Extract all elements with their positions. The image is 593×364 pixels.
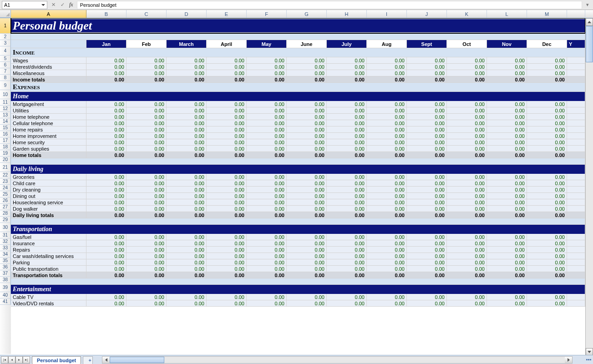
cell-value[interactable]: 0.00 (127, 253, 167, 259)
months-label-blank[interactable] (11, 40, 86, 48)
row-header-4[interactable]: 4 (0, 46, 11, 56)
cell-value[interactable]: 0.00 (86, 101, 127, 107)
cell-value[interactable]: 0.00 (447, 120, 487, 126)
cell-value[interactable]: 0.00 (207, 300, 247, 306)
cell-value[interactable]: 0.00 (407, 133, 447, 139)
cell-value[interactable]: 0.00 (367, 199, 407, 205)
row-label[interactable]: Utilities (11, 107, 86, 113)
column-header-B[interactable]: B (86, 10, 127, 18)
row-label[interactable]: Cable TV (11, 294, 86, 300)
month-header-nov[interactable]: Nov (487, 40, 527, 48)
row-header-24[interactable]: 24 (0, 185, 11, 191)
month-header-july[interactable]: July (327, 40, 367, 48)
cell-value[interactable]: 0.00 (127, 101, 167, 107)
cell-value[interactable]: 0.00 (327, 272, 367, 278)
blank-row-20[interactable] (11, 158, 585, 164)
row-header-16[interactable]: 16 (0, 131, 11, 137)
row-label[interactable]: Dining out (11, 193, 86, 199)
cell-value[interactable]: 0.00 (527, 57, 567, 63)
cell-value[interactable]: 0.00 (86, 139, 127, 145)
cell-value[interactable]: 0.00 (447, 126, 487, 132)
cell-value[interactable]: 0.00 (86, 193, 127, 199)
cell-value[interactable]: 0.00 (527, 114, 567, 120)
cell-value[interactable]: 0.00 (207, 240, 247, 246)
accept-formula-icon[interactable]: ✓ (58, 1, 66, 9)
cell-value[interactable]: 0.00 (447, 180, 487, 186)
cell-value[interactable]: 0.00 (167, 70, 207, 76)
cell-value[interactable]: 0.00 (247, 240, 287, 246)
cell-value[interactable]: 0.00 (207, 101, 247, 107)
row-header-27[interactable]: 27 (0, 204, 11, 210)
cell-end[interactable] (567, 234, 585, 240)
cell-value[interactable]: 0.00 (487, 152, 527, 158)
cell-value[interactable]: 0.00 (447, 294, 487, 300)
blank-row[interactable] (11, 34, 585, 40)
cell-value[interactable]: 0.00 (127, 120, 167, 126)
row-label[interactable]: Housecleaning service (11, 199, 86, 205)
cell-value[interactable]: 0.00 (367, 114, 407, 120)
column-header-E[interactable]: E (207, 10, 247, 18)
cell-value[interactable]: 0.00 (447, 152, 487, 158)
cell-value[interactable]: 0.00 (127, 247, 167, 253)
cell-value[interactable]: 0.00 (287, 57, 327, 63)
cell-value[interactable]: 0.00 (407, 300, 447, 306)
cell-value[interactable]: 0.00 (527, 76, 567, 82)
cell-value[interactable]: 0.00 (207, 266, 247, 272)
cell-value[interactable]: 0.00 (367, 120, 407, 126)
column-header-H[interactable]: H (327, 10, 367, 18)
row-label[interactable]: Insurance (11, 240, 86, 246)
cell-value[interactable]: 0.00 (407, 193, 447, 199)
cell-value[interactable]: 0.00 (86, 212, 127, 218)
cell-value[interactable]: 0.00 (367, 107, 407, 113)
column-header-L[interactable]: L (487, 10, 527, 18)
column-header-I[interactable]: I (367, 10, 407, 18)
cell-value[interactable]: 0.00 (86, 180, 127, 186)
cell-value[interactable]: 0.00 (327, 187, 367, 192)
cell-value[interactable]: 0.00 (487, 114, 527, 120)
month-header-feb[interactable]: Feb (127, 40, 167, 48)
cell-value[interactable]: 0.00 (367, 180, 407, 186)
cell-value[interactable]: 0.00 (327, 133, 367, 139)
cell-value[interactable]: 0.00 (527, 266, 567, 272)
cell-value[interactable]: 0.00 (527, 272, 567, 278)
horizontal-scrollbar[interactable] (102, 356, 573, 364)
cell-end[interactable] (567, 206, 585, 212)
cell-value[interactable]: 0.00 (207, 206, 247, 212)
cell-value[interactable]: 0.00 (207, 57, 247, 63)
cell-value[interactable]: 0.00 (367, 146, 407, 152)
category-transportation[interactable]: Transportation (11, 225, 585, 234)
section-income[interactable]: Income (11, 48, 585, 57)
cell-value[interactable]: 0.00 (407, 146, 447, 152)
cell-end[interactable] (567, 212, 585, 218)
title-cell[interactable]: Personal budget (11, 18, 585, 33)
row-label[interactable]: Income totals (11, 76, 86, 82)
cell-value[interactable]: 0.00 (287, 259, 327, 265)
cell-value[interactable]: 0.00 (167, 247, 207, 253)
cell-value[interactable]: 0.00 (86, 300, 127, 306)
row-label[interactable]: Repairs (11, 247, 86, 253)
cell-value[interactable]: 0.00 (86, 240, 127, 246)
cell-value[interactable]: 0.00 (327, 180, 367, 186)
cell-value[interactable]: 0.00 (207, 259, 247, 265)
cell-value[interactable]: 0.00 (207, 193, 247, 199)
cell-value[interactable]: 0.00 (527, 139, 567, 145)
cell-value[interactable]: 0.00 (367, 247, 407, 253)
cell-value[interactable]: 0.00 (207, 253, 247, 259)
row-label[interactable]: Miscellaneous (11, 70, 86, 76)
cell-value[interactable]: 0.00 (127, 152, 167, 158)
cell-value[interactable]: 0.00 (327, 212, 367, 218)
cell-value[interactable]: 0.00 (167, 114, 207, 120)
cell-end[interactable] (567, 193, 585, 199)
cell-value[interactable]: 0.00 (327, 70, 367, 76)
row-label[interactable]: Public transportation (11, 266, 86, 272)
row-label[interactable]: Interest/dividends (11, 64, 86, 70)
row-header-32[interactable]: 32 (0, 238, 11, 245)
cell-value[interactable]: 0.00 (86, 152, 127, 158)
cell-value[interactable]: 0.00 (407, 212, 447, 218)
formula-bar-expand-icon[interactable]: ▾ (584, 2, 591, 8)
cell-value[interactable]: 0.00 (207, 294, 247, 300)
cell-value[interactable]: 0.00 (327, 300, 367, 306)
cell-value[interactable]: 0.00 (487, 64, 527, 70)
name-box[interactable]: A1 (2, 1, 47, 9)
cell-end[interactable] (567, 107, 585, 113)
